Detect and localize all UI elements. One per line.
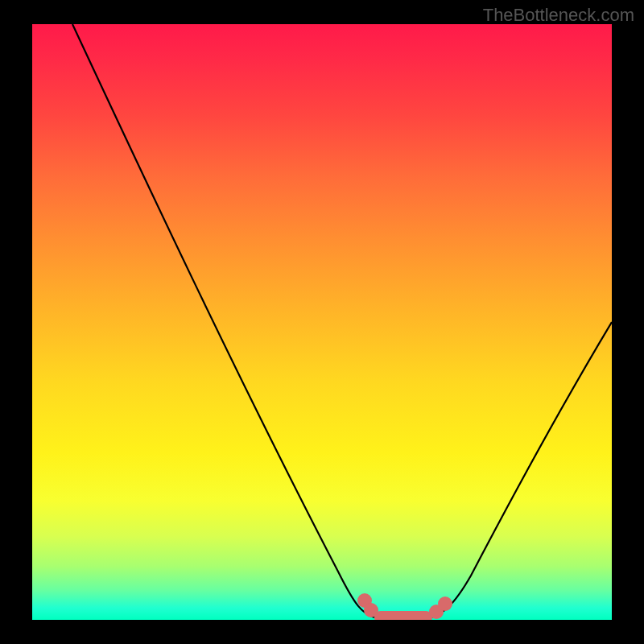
curve-layer	[32, 24, 612, 620]
watermark-text: TheBottleneck.com	[483, 5, 634, 26]
marker-bar	[374, 611, 432, 620]
chart-container: TheBottleneck.com	[0, 0, 644, 644]
marker-dot	[438, 597, 452, 611]
plot-area	[32, 24, 612, 620]
marker-region	[357, 593, 452, 620]
bottleneck-curve-line	[72, 24, 612, 618]
